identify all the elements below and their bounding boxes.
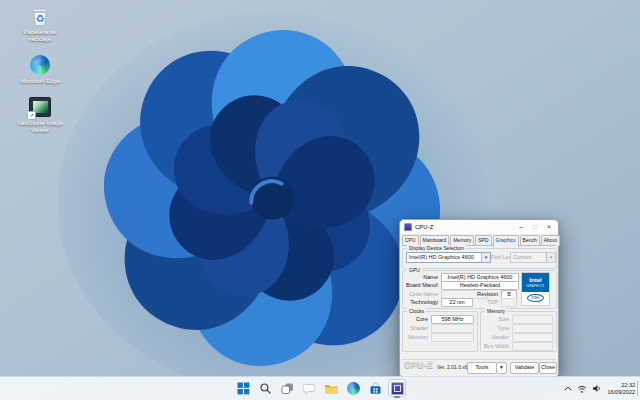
tab-graphics[interactable]: Graphics: [493, 235, 519, 247]
edge-icon: [347, 382, 360, 395]
core-clock-label: Core: [405, 315, 428, 323]
store-icon: [369, 382, 382, 395]
code-name-label: Code Name: [406, 290, 438, 298]
desktop-icon-recycle-bin[interactable]: ♻ Papelera de reciclaje: [12, 5, 68, 43]
desktop-icon-label: Papelera de reciclaje: [12, 29, 68, 43]
tools-dropdown-button[interactable]: ▾: [496, 362, 507, 374]
gpu-name-label: Name: [406, 273, 438, 281]
intel-logo: intel: [527, 294, 543, 302]
mem-vendor-value: [512, 333, 553, 342]
validate-button[interactable]: Validate: [510, 362, 539, 374]
tray-date: 16/09/2022: [607, 389, 635, 396]
board-manuf-label: Board Manuf.: [406, 281, 438, 289]
volume-icon[interactable]: [592, 384, 602, 393]
wifi-icon[interactable]: [577, 385, 587, 393]
tray-time: 22:32: [607, 382, 635, 389]
chevron-down-icon: ▾: [546, 253, 555, 262]
file-explorer-button[interactable]: [323, 380, 339, 396]
tdp-label: TDP: [471, 298, 498, 306]
intel-graphics-badge: Intel GRAPHICS intel: [521, 272, 550, 306]
cpuz-window: CPU-Z – □ × CPU Mainboard Memory SPD Gra…: [399, 219, 559, 378]
cpuz-taskbar-button[interactable]: [389, 380, 405, 396]
search-button[interactable]: [257, 380, 273, 396]
group-label: Display Device Selection: [407, 245, 466, 252]
cpuz-icon: [391, 382, 404, 395]
shader-clock-label: Shader: [405, 324, 428, 332]
edge-button[interactable]: [345, 380, 361, 396]
taskbar-clock[interactable]: 22:32 16/09/2022: [607, 382, 635, 396]
window-title: CPU-Z: [415, 220, 433, 234]
desktop-icon-edge[interactable]: Microsoft Edge: [12, 54, 68, 85]
cpuz-footer-logo: CPU-Z: [404, 360, 433, 370]
desktop-icon-list: ♻ Papelera de reciclaje Microsoft Edge ↗…: [12, 5, 68, 134]
display-device-select[interactable]: Intel(R) HD Graphics 4600 ▾: [406, 252, 491, 263]
perf-level-label: Perf Level: [491, 253, 508, 261]
start-button[interactable]: [235, 380, 251, 396]
mem-type-label: Type: [483, 324, 509, 332]
mem-buswidth-label: Bus Width: [483, 342, 509, 350]
search-icon: [259, 382, 272, 395]
store-button[interactable]: [367, 380, 383, 396]
shader-clock-value: [431, 324, 474, 333]
taskbar: 22:32 16/09/2022: [0, 376, 640, 400]
memory-clock-value: [431, 333, 474, 342]
desktop-icon-label: Microsoft Edge: [12, 78, 68, 85]
perf-level-select: Current ▾: [510, 252, 556, 263]
revision-label: Revision: [471, 290, 498, 298]
close-button[interactable]: Close: [539, 362, 557, 374]
close-window-button[interactable]: ×: [542, 220, 556, 234]
taskbar-center-icons: [0, 380, 640, 396]
technology-label: Technology: [406, 298, 438, 306]
memory-clock-label: Memory: [405, 333, 428, 341]
title-bar[interactable]: CPU-Z – □ ×: [400, 220, 558, 235]
windows-logo-icon: [237, 382, 250, 395]
chat-icon: [303, 382, 316, 395]
mem-buswidth-value: [512, 342, 553, 351]
task-view-button[interactable]: [279, 380, 295, 396]
mem-vendor-label: Vendor: [483, 333, 509, 341]
tools-button[interactable]: Tools: [467, 362, 497, 374]
image-viewer-icon: ↗: [29, 96, 51, 118]
desktop: ♻ Papelera de reciclaje Microsoft Edge ↗…: [0, 0, 640, 400]
mem-size-value: [512, 315, 553, 324]
cpuz-app-icon: [404, 223, 412, 231]
recycle-bin-icon: ♻: [29, 5, 51, 27]
mem-type-value: [512, 324, 553, 333]
chevron-down-icon[interactable]: ▾: [481, 253, 490, 262]
technology-value: 22 nm: [441, 298, 473, 307]
version-text: Ver. 2.01.0.x64: [437, 364, 470, 370]
desktop-icon-label: FastStone Image Viewer: [12, 120, 68, 134]
desktop-icon-image-viewer[interactable]: ↗ FastStone Image Viewer: [12, 96, 68, 134]
shortcut-arrow-icon: ↗: [27, 111, 36, 120]
tdp-value: [501, 298, 517, 307]
core-clock-value: 598 MHz: [431, 315, 474, 324]
task-view-icon: [281, 382, 294, 395]
folder-icon: [324, 382, 338, 395]
system-tray: 22:32 16/09/2022: [564, 377, 635, 400]
tray-chevron-up-icon[interactable]: [564, 386, 572, 392]
chat-button[interactable]: [301, 380, 317, 396]
recycle-glyph: ♻: [36, 13, 45, 24]
mem-size-label: Size: [483, 315, 509, 323]
edge-icon: [29, 54, 51, 76]
maximize-button: □: [528, 220, 542, 234]
minimize-button[interactable]: –: [514, 220, 528, 234]
